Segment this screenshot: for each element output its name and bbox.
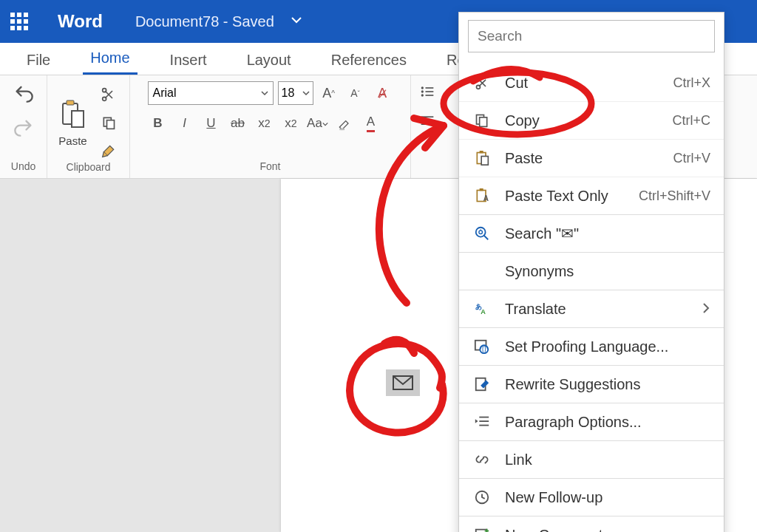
svg-point-12 — [421, 94, 424, 96]
tab-layout[interactable]: Layout — [240, 46, 299, 75]
ctx-label: Copy — [505, 112, 672, 129]
group-label-undo: Undo — [11, 160, 35, 174]
svg-point-8 — [421, 86, 424, 89]
svg-rect-26 — [480, 188, 483, 191]
strikethrough-button[interactable]: ab — [228, 114, 248, 133]
font-size-value: 18 — [282, 86, 295, 100]
undo-button[interactable] — [12, 81, 35, 105]
svg-point-35 — [480, 345, 488, 353]
align-button[interactable] — [417, 111, 438, 132]
doc-gutter — [0, 179, 281, 532]
context-search — [468, 20, 715, 52]
svg-rect-21 — [480, 117, 487, 127]
copy-button[interactable] — [98, 112, 119, 133]
font-size-select[interactable]: 18 — [278, 81, 313, 105]
ctx-synonyms[interactable]: Synonyms — [459, 252, 724, 290]
svg-point-30 — [479, 231, 483, 234]
ctx-paste[interactable]: Paste Ctrl+V — [459, 139, 724, 177]
ctx-label: Search "✉" — [505, 225, 710, 242]
ctx-paste-text-only[interactable]: A Paste Text Only Ctrl+Shift+V — [459, 177, 724, 214]
group-font: Arial 18 A^ Aˇ A̷ B I U ab x2 x2 Aa — [130, 75, 411, 178]
ctx-paragraph-options[interactable]: Paragraph Options... — [459, 403, 724, 440]
ctx-label: New Follow-up — [505, 489, 710, 506]
svg-point-10 — [421, 90, 424, 92]
tab-file[interactable]: File — [19, 46, 58, 75]
svg-rect-23 — [480, 151, 483, 153]
ctx-new-followup[interactable]: New Follow-up — [459, 478, 724, 516]
font-name-select[interactable]: Arial — [148, 81, 274, 105]
font-name-value: Arial — [153, 86, 177, 100]
group-undo: Undo — [0, 75, 47, 178]
group-clipboard: Paste Clipboard — [47, 75, 130, 178]
svg-rect-24 — [481, 157, 488, 166]
ctx-label: Paste — [505, 150, 673, 167]
superscript-button[interactable]: x2 — [281, 114, 302, 133]
paste-button[interactable]: Paste — [58, 99, 88, 147]
ctx-translate[interactable]: あA Translate — [459, 290, 724, 327]
bullets-button[interactable] — [417, 81, 438, 102]
ctx-label: Translate — [505, 301, 702, 318]
group-label-paragraph — [426, 160, 429, 174]
context-search-input[interactable] — [468, 20, 715, 52]
ctx-link[interactable]: Link — [459, 440, 724, 478]
ctx-label: New Comment — [505, 527, 710, 533]
tab-insert[interactable]: Insert — [163, 46, 214, 75]
format-painter-button[interactable] — [98, 140, 119, 161]
tab-references[interactable]: References — [324, 46, 414, 75]
ctx-new-comment[interactable]: New Comment — [459, 516, 724, 532]
svg-point-3 — [102, 97, 106, 100]
selected-mail-icon[interactable] — [386, 369, 420, 396]
ctx-proofing-language[interactable]: Set Proofing Language... — [459, 327, 724, 365]
comment-plus-icon — [472, 525, 492, 532]
chevron-right-icon — [702, 301, 710, 318]
ctx-copy[interactable]: Copy Ctrl+C — [459, 101, 724, 139]
ctx-label: Rewrite Suggestions — [505, 376, 710, 393]
search-icon — [472, 224, 492, 243]
subscript-button[interactable]: x2 — [254, 114, 275, 133]
svg-rect-2 — [72, 111, 84, 127]
ctx-shortcut: Ctrl+X — [673, 75, 710, 91]
ctx-shortcut: Ctrl+C — [672, 113, 710, 129]
redo-button[interactable] — [12, 115, 35, 139]
app-launcher-icon[interactable] — [10, 13, 28, 30]
chevron-down-icon[interactable] — [291, 14, 302, 29]
svg-text:A: A — [483, 195, 489, 203]
clear-formatting-button[interactable]: A̷ — [371, 82, 393, 104]
ctx-search-selection[interactable]: Search "✉" — [459, 214, 724, 252]
group-label-clipboard: Clipboard — [67, 161, 111, 174]
underline-button[interactable]: U — [201, 114, 222, 133]
change-case-button[interactable]: Aa — [308, 114, 328, 133]
clipboard-icon — [58, 99, 88, 132]
bold-button[interactable]: B — [148, 114, 169, 133]
copy-icon — [472, 111, 492, 130]
font-color-button[interactable]: A — [361, 114, 381, 133]
ctx-cut[interactable]: Cut Ctrl+X — [459, 64, 724, 101]
svg-point-28 — [476, 228, 486, 237]
italic-button[interactable]: I — [174, 114, 195, 133]
paste-label: Paste — [58, 134, 86, 147]
document-title[interactable]: Document78 - Saved — [135, 13, 274, 30]
copy-icon — [101, 115, 116, 130]
proofing-icon — [472, 337, 492, 356]
tab-home[interactable]: Home — [83, 44, 137, 75]
ctx-rewrite-suggestions[interactable]: Rewrite Suggestions — [459, 365, 724, 403]
link-icon — [472, 450, 492, 469]
chevron-down-icon — [302, 86, 310, 100]
chevron-down-icon — [261, 86, 268, 100]
svg-point-18 — [477, 85, 481, 89]
ctx-label: Cut — [505, 75, 673, 92]
scissors-icon — [472, 73, 492, 92]
scissors-icon — [101, 87, 116, 102]
group-paragraph — [411, 75, 444, 178]
pencil-doc-icon — [472, 375, 492, 394]
ctx-label: Set Proofing Language... — [505, 338, 710, 355]
svg-point-4 — [102, 89, 106, 92]
cut-button[interactable] — [98, 84, 119, 105]
grow-font-button[interactable]: A^ — [318, 82, 340, 104]
clipboard-icon — [472, 149, 492, 168]
ctx-label: Synonyms — [505, 263, 710, 280]
shrink-font-button[interactable]: Aˇ — [344, 82, 367, 104]
highlight-button[interactable] — [334, 114, 355, 133]
bullets-icon — [420, 84, 435, 99]
align-left-icon — [420, 114, 435, 129]
